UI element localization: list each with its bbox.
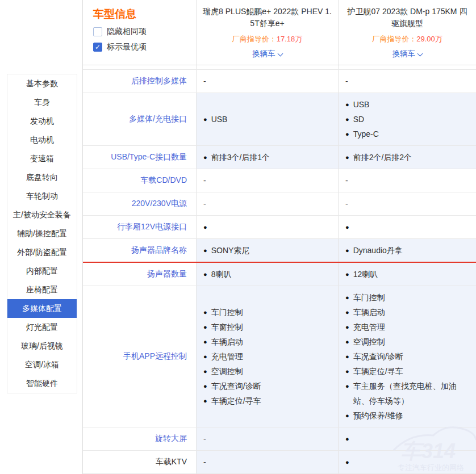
value-cell: - [197,169,339,192]
value-item: ● [345,220,471,234]
bullet-icon: ● [345,320,349,334]
value-item: ●车况查询/诊断 [345,349,471,364]
mark-best-checkbox-row[interactable]: ✓ 标示最优项 [93,42,196,52]
value-item: - [203,173,333,188]
hide-same-checkbox-row[interactable]: 隐藏相同项 [93,27,196,37]
sidebar-item[interactable]: 座椅配置 [7,280,77,299]
car-2-header: 护卫舰07 2023款 DM-p 175KM 四驱旗舰型 厂商指导价：29.00… [339,0,476,65]
value-item: ●SONY索尼 [203,243,333,258]
row-label[interactable]: 手机APP远程控制 [83,286,197,427]
car-2-price: 厂商指导价：29.00万 [344,34,470,44]
sidebar-item[interactable]: 主/被动安全装备 [7,205,77,224]
value-cell: ●Dynaudio丹拿 [339,239,476,262]
value-item: ●空调控制 [345,334,471,349]
value-item: ●车辆启动 [203,334,333,349]
value-text: 车辆启动 [353,305,385,320]
bullet-icon: ● [345,127,349,141]
page-title: 车型信息 [93,7,196,22]
value-item: ●车窗控制 [203,320,333,334]
row-label[interactable]: 行李厢12V电源接口 [83,216,197,238]
hide-same-checkbox[interactable] [93,27,102,36]
bullet-icon: ● [203,393,207,408]
sidebar-item[interactable]: 电动机 [7,131,77,149]
value-item: ●车辆启动 [345,305,471,320]
sidebar-item[interactable]: 外部/防盗配置 [7,243,77,262]
header-left-panel: 车型信息 隐藏相同项 ✓ 标示最优项 [83,0,197,65]
sidebar-item[interactable]: 空调/冰箱 [7,355,77,374]
value-item: ●车辆定位/寻车 [203,393,333,408]
row-label: 车载KTV [83,451,197,473]
bullet-icon: ● [345,349,349,364]
bullet-icon: ● [345,364,349,379]
sidebar-item[interactable]: 车轮制动 [7,187,77,205]
value-item: ● [203,220,333,234]
value-item: ●车门控制 [345,290,471,305]
bullet-icon: ● [203,349,207,364]
value-item: - [203,196,333,211]
table-row: 220V/230V电源-- [83,192,476,216]
table-row: USB/Type-C接口数量●前排3个/后排1个●前排2个/后排2个 [83,146,476,169]
car-2-price-value: 29.00万 [416,35,442,43]
value-cell: ●SONY索尼 [197,239,339,262]
sidebar-item[interactable]: 车身 [7,93,77,112]
row-label[interactable]: 扬声器品牌名称 [83,239,197,262]
row-label[interactable]: 220V/230V电源 [83,192,197,215]
bullet-icon: ● [203,379,207,393]
value-text: 车况查询/诊断 [211,379,261,393]
value-item: ●8喇叭 [203,267,333,282]
value-item: ●充电管理 [345,320,471,334]
sidebar-item[interactable]: 辅助/操控配置 [7,224,77,243]
car-2-change-button[interactable]: 换辆车 [393,49,423,59]
row-label[interactable]: 后排控制多媒体 [83,70,197,93]
bullet-icon: ● [345,431,349,446]
car-1-change-button[interactable]: 换辆车 [252,49,282,59]
bullet-icon: ● [203,267,207,282]
car-1-header: 瑞虎8 PLUS鲲鹏e+ 2022款 PHEV 1.5T舒享e+ 厂商指导价：1… [197,0,339,65]
value-cell: ●前排3个/后排1个 [197,146,339,169]
bullet-icon: ● [203,150,207,165]
bullet-icon: ● [345,97,349,112]
value-text: 车门控制 [211,305,243,320]
row-label[interactable]: 多媒体/充电接口 [83,93,197,145]
value-cell: - [197,192,339,215]
car-1-price: 厂商指导价：17.18万 [202,34,332,44]
value-text: 车辆启动 [211,334,243,349]
value-text: 充电管理 [353,320,385,334]
value-text: Dynaudio丹拿 [353,243,403,258]
value-item: ● [345,455,471,469]
value-text: Type-C [353,127,379,141]
value-cell: - [339,192,476,215]
value-item: - [203,74,333,89]
value-text: 8喇叭 [211,267,232,282]
row-label[interactable]: 旋转大屏 [83,427,197,450]
table-row: 车载CD/DVD-- [83,169,476,192]
sidebar-item[interactable]: 基本参数 [7,74,77,93]
sidebar-item[interactable]: 灯光配置 [7,318,77,337]
value-cell: ● [339,216,476,238]
sidebar-item[interactable]: 变速箱 [7,149,77,168]
row-label[interactable]: 车载CD/DVD [83,169,197,192]
value-item: ●前排2个/后排2个 [345,150,471,165]
bullet-icon: ● [345,408,349,423]
value-item: ●前排3个/后排1个 [203,150,333,165]
sidebar-item[interactable]: 多媒体配置 [7,299,77,318]
sidebar-item[interactable]: 智能硬件 [7,374,77,393]
value-item: ●预约保养/维修 [345,408,471,423]
sidebar-item[interactable]: 发动机 [7,112,77,131]
value-cell: ●车门控制●车窗控制●车辆启动●充电管理●空调控制●车况查询/诊断●车辆定位/寻… [197,286,339,427]
row-label[interactable]: USB/Type-C接口数量 [83,146,197,169]
row-label[interactable]: 扬声器数量 [83,263,197,286]
value-item: ●SD [345,112,471,127]
value-item: ●空调控制 [203,364,333,379]
bullet-icon: ● [345,220,349,234]
sidebar-item[interactable]: 内部配置 [7,262,77,280]
sidebar-item[interactable]: 玻璃/后视镜 [7,337,77,355]
bullet-icon: ● [345,112,349,127]
bullet-icon: ● [203,112,207,127]
bullet-icon: ● [345,267,349,282]
value-cell: ●8喇叭 [197,263,339,286]
car-2-price-label: 厂商指导价： [372,35,416,43]
sidebar-item[interactable]: 底盘转向 [7,168,77,187]
value-cell: - [197,427,339,450]
mark-best-checkbox[interactable]: ✓ [93,43,102,52]
